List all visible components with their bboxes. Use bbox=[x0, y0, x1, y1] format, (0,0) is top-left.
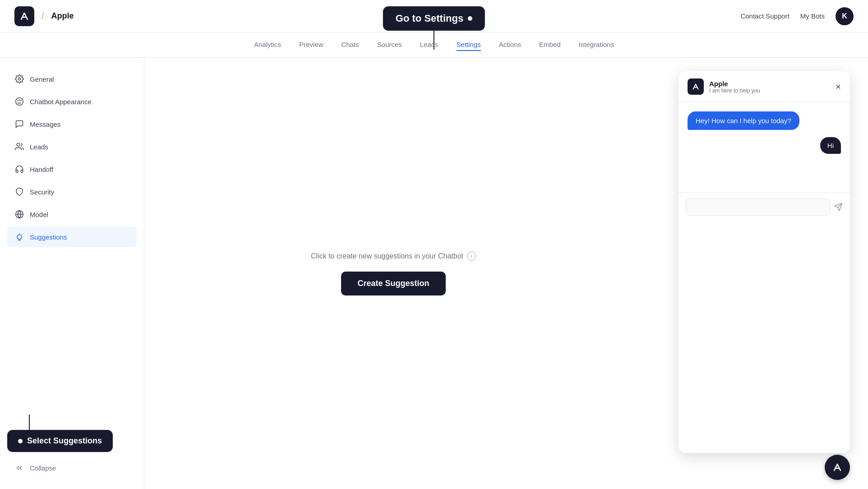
chat-bot-name: Apple bbox=[709, 80, 830, 88]
go-to-settings-tooltip: Go to Settings bbox=[383, 6, 485, 31]
gear-icon bbox=[14, 74, 24, 84]
headset-icon bbox=[14, 164, 24, 174]
contact-support-link[interactable]: Contact Support bbox=[740, 12, 789, 20]
svg-point-0 bbox=[18, 78, 21, 80]
tab-preview[interactable]: Preview bbox=[299, 39, 323, 51]
tab-sources[interactable]: Sources bbox=[377, 39, 402, 51]
chat-input-area bbox=[679, 193, 850, 221]
select-suggestions-tooltip: Select Suggestions bbox=[7, 430, 113, 452]
header-logo: / Apple bbox=[14, 6, 74, 26]
sidebar-leads-label: Leads bbox=[30, 143, 48, 151]
chat-widget: Apple I am here to help you × Hey! How c… bbox=[679, 71, 850, 453]
globe-icon bbox=[14, 209, 24, 219]
svg-point-4 bbox=[20, 100, 22, 101]
breadcrumb-slash: / bbox=[42, 11, 44, 21]
sidebar-general-label: General bbox=[30, 75, 54, 83]
svg-point-2 bbox=[17, 100, 18, 101]
users-icon bbox=[14, 142, 24, 152]
my-bots-link[interactable]: My Bots bbox=[800, 12, 825, 20]
chat-close-button[interactable]: × bbox=[836, 82, 841, 91]
chat-logo bbox=[688, 78, 704, 95]
tab-analytics[interactable]: Analytics bbox=[254, 39, 281, 51]
tooltip-select-label: Select Suggestions bbox=[27, 436, 102, 446]
tooltip-select-dot bbox=[18, 439, 23, 443]
main-content: Click to create new suggestions in your … bbox=[144, 58, 642, 489]
tab-embed[interactable]: Embed bbox=[539, 39, 561, 51]
sidebar-item-general[interactable]: General bbox=[7, 69, 137, 89]
inner-layout: General Chatbot Appearance bbox=[0, 58, 868, 489]
sidebar-item-messages[interactable]: Messages bbox=[7, 114, 137, 134]
header: / Apple Go to Settings Contact Support M… bbox=[0, 0, 868, 32]
chat-header-info: Apple I am here to help you bbox=[709, 80, 830, 94]
app-name: Apple bbox=[51, 11, 74, 21]
chat-header: Apple I am here to help you × bbox=[679, 71, 850, 102]
tab-leads[interactable]: Leads bbox=[420, 39, 439, 51]
sidebar-item-model[interactable]: Model bbox=[7, 204, 137, 225]
tooltip-select-arrow bbox=[29, 415, 30, 430]
sidebar-item-suggestions[interactable]: Suggestions bbox=[7, 226, 137, 247]
right-panel: Apple I am here to help you × Hey! How c… bbox=[642, 58, 868, 489]
header-right: Contact Support My Bots K bbox=[740, 7, 854, 25]
select-suggestions-tooltip-area: Select Suggestions bbox=[7, 401, 137, 456]
sidebar-item-collapse[interactable]: Collapse bbox=[7, 457, 137, 478]
chat-input[interactable] bbox=[686, 198, 830, 216]
sidebar-item-security[interactable]: Security bbox=[7, 181, 137, 202]
svg-point-1 bbox=[16, 98, 23, 106]
svg-point-5 bbox=[17, 143, 20, 147]
tooltip-settings-label: Go to Settings bbox=[396, 13, 463, 24]
tab-integrations[interactable]: Integrations bbox=[579, 39, 614, 51]
sidebar-messages-label: Messages bbox=[30, 120, 60, 128]
logo-icon bbox=[14, 6, 34, 26]
info-icon[interactable]: i bbox=[467, 252, 476, 261]
sidebar-item-handoff[interactable]: Handoff bbox=[7, 159, 137, 180]
tab-actions[interactable]: Actions bbox=[499, 39, 521, 51]
sidebar: General Chatbot Appearance bbox=[0, 58, 144, 489]
create-suggestion-button[interactable]: Create Suggestion bbox=[341, 272, 445, 295]
sidebar-handoff-label: Handoff bbox=[30, 166, 53, 173]
tooltip-settings-dot bbox=[468, 16, 472, 21]
palette-icon bbox=[14, 97, 24, 106]
sidebar-item-chatbot-appearance[interactable]: Chatbot Appearance bbox=[7, 91, 137, 112]
lightbulb-icon bbox=[14, 232, 24, 242]
hint-text: Click to create new suggestions in your … bbox=[311, 252, 463, 260]
collapse-icon bbox=[14, 463, 24, 473]
sidebar-model-label: Model bbox=[30, 211, 48, 218]
chat-fab-button[interactable] bbox=[825, 455, 850, 480]
sidebar-item-leads[interactable]: Leads bbox=[7, 136, 137, 157]
user-avatar[interactable]: K bbox=[836, 7, 854, 25]
message-icon bbox=[14, 119, 24, 129]
chat-body: Hey! How can I help you today? Hi bbox=[679, 102, 850, 193]
shield-icon bbox=[14, 187, 24, 197]
svg-point-3 bbox=[19, 99, 20, 101]
chat-bubble-user: Hi bbox=[820, 137, 841, 154]
tab-settings[interactable]: Settings bbox=[457, 39, 481, 51]
sidebar-security-label: Security bbox=[30, 188, 54, 196]
chat-bot-subtitle: I am here to help you bbox=[709, 88, 830, 94]
sidebar-chatbot-appearance-label: Chatbot Appearance bbox=[30, 98, 92, 106]
chat-bubble-bot: Hey! How can I help you today? bbox=[688, 111, 799, 130]
tab-chats[interactable]: Chats bbox=[341, 39, 359, 51]
collapse-label: Collapse bbox=[30, 464, 56, 472]
page-wrapper: / Apple Go to Settings Contact Support M… bbox=[0, 0, 868, 489]
content-hint: Click to create new suggestions in your … bbox=[311, 252, 476, 261]
chat-send-button[interactable] bbox=[834, 203, 843, 212]
sidebar-suggestions-label: Suggestions bbox=[30, 233, 67, 241]
